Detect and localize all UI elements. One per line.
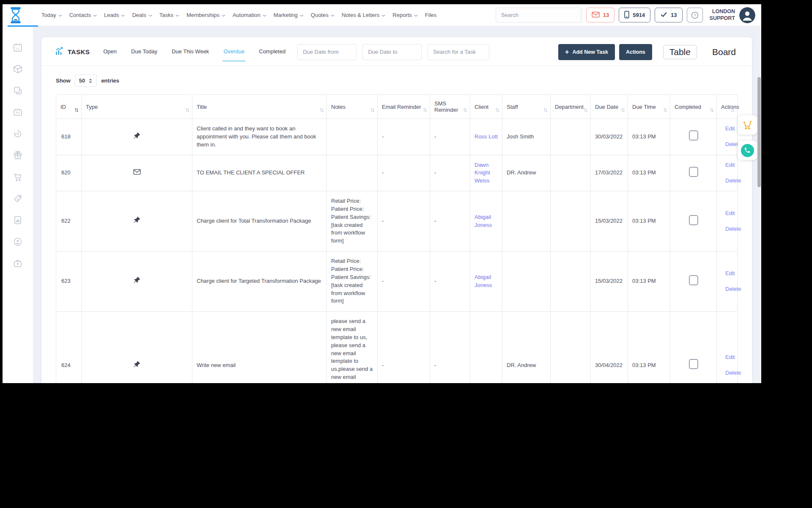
menu-item[interactable]: Automation <box>233 12 266 18</box>
sort-icon[interactable] <box>423 108 427 113</box>
floating-whatsapp-button[interactable] <box>738 141 757 160</box>
sort-icon[interactable] <box>185 108 189 113</box>
sort-icon[interactable] <box>495 108 499 113</box>
column-header[interactable]: SMS Reminder <box>430 95 470 119</box>
table-body: 618 Client called in and they want to bo… <box>56 119 738 384</box>
column-header[interactable]: Notes <box>327 95 378 119</box>
edit-button[interactable]: Edit <box>723 353 733 362</box>
client-link[interactable]: Abigail Joness <box>475 214 492 228</box>
completed-checkbox[interactable] <box>689 359 698 369</box>
sort-icon[interactable] <box>74 108 79 113</box>
entries-bar: Show 50 entries <box>41 66 752 90</box>
menu-item[interactable]: Reports <box>392 12 418 18</box>
column-header[interactable]: ID <box>56 95 82 119</box>
copy-icon[interactable] <box>13 86 23 96</box>
column-header[interactable]: Due Date <box>591 95 628 119</box>
client-link[interactable]: Dawn Knight Weiss <box>475 162 490 184</box>
report-icon[interactable] <box>13 215 23 225</box>
completed-checkbox[interactable] <box>689 275 698 285</box>
menu-item[interactable]: Deals <box>132 12 152 18</box>
actions-button[interactable]: Actions <box>619 44 652 60</box>
table-view-button[interactable]: Table <box>663 45 697 59</box>
tab[interactable]: Overdue <box>222 42 245 61</box>
delete-button[interactable]: Delete <box>723 177 733 185</box>
sort-icon[interactable] <box>621 108 625 113</box>
vertical-scrollbar[interactable] <box>757 26 761 383</box>
page-title: TASKS <box>55 47 90 57</box>
app-logo-hourglass-icon[interactable] <box>8 6 23 25</box>
column-header[interactable]: Title <box>192 95 327 119</box>
column-header[interactable]: Due Time <box>628 95 670 119</box>
menu-item[interactable]: Contacts <box>69 12 97 18</box>
cube-icon[interactable] <box>13 64 23 74</box>
column-header[interactable]: Email Reminder <box>378 95 430 119</box>
delete-button[interactable]: Delete <box>723 369 733 377</box>
menu-item[interactable]: Quotes <box>311 12 335 18</box>
client-link[interactable]: Ross Lott <box>475 133 498 140</box>
sort-icon[interactable] <box>320 108 324 113</box>
column-header[interactable]: Staff <box>502 95 551 119</box>
board-view-button[interactable]: Board <box>706 45 742 59</box>
lockcase-icon[interactable] <box>13 258 23 268</box>
tasks-table-wrapper: ID Type <box>41 90 752 383</box>
page-size-select[interactable]: 50 <box>75 75 97 87</box>
edit-button[interactable]: Edit <box>723 161 733 169</box>
till-icon[interactable] <box>13 107 23 117</box>
delete-button[interactable]: Delete <box>723 285 733 293</box>
help-icon[interactable]: ? <box>687 8 703 22</box>
sort-icon[interactable] <box>584 108 588 113</box>
search-icon[interactable] <box>581 8 582 22</box>
menu-item[interactable]: Files <box>425 12 436 18</box>
calendar-icon[interactable]: 12 <box>13 42 23 52</box>
column-header[interactable]: Client <box>470 95 502 119</box>
due-date-to-input[interactable] <box>362 44 422 60</box>
email-notifications-badge[interactable]: 13 <box>586 8 614 22</box>
menu-item[interactable]: Leads <box>104 12 125 18</box>
left-sidebar: 12 $ <box>3 26 33 383</box>
edit-button[interactable]: Edit <box>723 210 733 218</box>
scrollbar-thumb[interactable] <box>757 77 761 187</box>
sort-icon[interactable] <box>710 108 714 113</box>
menu-item[interactable]: Today <box>41 12 62 18</box>
add-new-task-button[interactable]: + Add New Task <box>558 44 615 60</box>
menu-item[interactable]: Notes & Letters <box>342 12 386 18</box>
due-date-from-input[interactable] <box>297 44 357 60</box>
completed-checkbox[interactable] <box>689 130 698 141</box>
tag-icon[interactable]: $ <box>13 193 23 204</box>
sort-icon[interactable] <box>370 108 375 113</box>
edit-button[interactable]: Edit <box>723 125 733 133</box>
tab[interactable]: Open <box>102 42 118 61</box>
account-name[interactable]: LONDON SUPPORT <box>710 8 735 22</box>
avatar[interactable] <box>739 7 755 23</box>
delete-button[interactable]: Delete <box>723 141 733 149</box>
menu-item[interactable]: Tasks <box>159 12 179 18</box>
gift-icon[interactable] <box>13 150 23 160</box>
column-header[interactable]: Actions <box>717 95 738 119</box>
tasks-badge[interactable]: 13 <box>655 8 682 22</box>
edit-button[interactable]: Edit <box>723 270 733 278</box>
sort-icon[interactable] <box>663 108 667 113</box>
task-search-input[interactable] <box>428 44 489 60</box>
history-icon[interactable] <box>13 129 23 139</box>
menu-item[interactable]: Marketing <box>274 12 304 18</box>
column-header[interactable]: Type <box>82 95 192 119</box>
calls-badge[interactable]: 5914 <box>619 8 650 22</box>
search-input[interactable] <box>496 12 581 18</box>
column-header[interactable]: Department <box>551 95 591 119</box>
completed-checkbox[interactable] <box>689 215 698 225</box>
sort-icon[interactable] <box>543 108 548 113</box>
sort-icon[interactable] <box>463 108 467 113</box>
client-link[interactable]: Abigail Joness <box>475 274 492 288</box>
sort-icon[interactable] <box>730 108 735 113</box>
completed-checkbox[interactable] <box>689 167 698 177</box>
tab[interactable]: Due Today <box>130 42 158 61</box>
chart-icon <box>55 47 64 57</box>
tab[interactable]: Completed <box>258 42 286 61</box>
tab[interactable]: Due This Week <box>171 42 210 61</box>
support-icon[interactable] <box>13 237 23 247</box>
column-header[interactable]: Completed <box>670 95 717 119</box>
floating-cart-button[interactable] <box>738 115 757 135</box>
delete-button[interactable]: Delete <box>723 225 733 233</box>
cart-icon[interactable] <box>13 172 23 182</box>
menu-item[interactable]: Memberships <box>187 12 225 18</box>
